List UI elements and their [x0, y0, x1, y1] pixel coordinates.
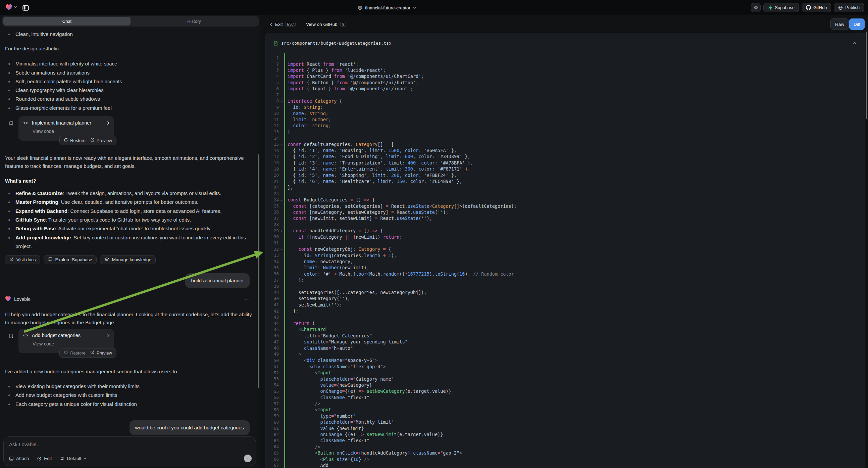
- code-text: const BudgetCategories = () => {: [284, 197, 375, 202]
- code-text: setCategories([...categories, newCategor…: [284, 290, 427, 295]
- manage-knowledge-button[interactable]: Manage knowledge: [100, 255, 156, 264]
- project-selector[interactable]: financial-future-creator: [358, 3, 416, 12]
- code-line: 48 className="h-auto": [266, 345, 865, 351]
- line-number: 13: [266, 129, 279, 134]
- line-number: 30: [266, 234, 279, 239]
- code-line: 50 <div className="space-y-6">: [266, 357, 865, 363]
- model-label: Default: [67, 456, 82, 461]
- code-line: 6import { Input } from '@/components/ui/…: [266, 86, 865, 92]
- visit-docs-button[interactable]: Visit docs: [5, 255, 40, 264]
- code-text: className="flex-1": [284, 395, 369, 400]
- attach-button[interactable]: Attach: [9, 456, 29, 461]
- line-number: 6: [266, 86, 279, 91]
- restore-button[interactable]: Restore: [62, 137, 87, 144]
- code-text: const [categories, setCategories] = Reac…: [284, 203, 517, 209]
- diff-added-bar: [284, 53, 285, 468]
- code-text: limit: Number(newLimit),: [284, 265, 369, 270]
- version-card[interactable]: <>Implement financial plannerView codeRe…: [19, 116, 114, 141]
- code-text: <div className="flex gap-4">: [284, 364, 386, 369]
- view-code-link[interactable]: View code: [33, 128, 110, 134]
- chevron-down-icon: [84, 458, 86, 459]
- line-number: 5: [266, 80, 279, 85]
- code-scrollbar-thumb[interactable]: [866, 32, 867, 119]
- panel-left-toggle[interactable]: [21, 4, 30, 12]
- code-line: 12 color: string;: [266, 122, 865, 128]
- code-line: 45 <ChartCard: [266, 326, 865, 332]
- view-on-github-button[interactable]: View on GitHub G: [306, 19, 346, 30]
- list-item: Add new budget categories with custom li…: [5, 391, 253, 400]
- line-number: 34: [266, 259, 279, 264]
- line-number: 59: [266, 413, 279, 418]
- exit-label: Exit: [275, 22, 283, 27]
- code-icon: <>: [23, 333, 29, 338]
- chat-input[interactable]: [9, 441, 231, 447]
- version-card[interactable]: <>Add budget categoriesView codeRestoreP…: [19, 329, 114, 353]
- chevron-down-icon: [413, 7, 416, 9]
- code-text: />: [284, 444, 320, 449]
- code-editor[interactable]: 12import React from 'react';3import { Pl…: [266, 53, 865, 468]
- line-number: 62: [266, 432, 279, 437]
- code-line: 35 limit: Number(newLimit),: [266, 265, 865, 271]
- code-text: className="h-auto": [284, 346, 353, 351]
- code-line: 59 type="number": [266, 413, 865, 419]
- edit-mode-button[interactable]: Edit: [37, 456, 52, 461]
- version-card-actions: RestorePreview: [59, 136, 117, 145]
- tab-history[interactable]: History: [130, 17, 258, 26]
- line-number: 52: [266, 370, 279, 375]
- exit-button[interactable]: Exit ESC: [270, 19, 296, 30]
- raw-toggle-button[interactable]: Raw: [830, 19, 849, 30]
- line-number: 58: [266, 407, 279, 412]
- settings-button[interactable]: ⚙: [751, 3, 761, 12]
- code-text: Add: [284, 463, 329, 468]
- code-line: 54 value={newCategory}: [266, 382, 865, 388]
- code-text: <ChartCard: [284, 327, 326, 332]
- code-text: onChange={(e) => setNewCategory(e.target…: [284, 388, 451, 394]
- fold-toggle-icon[interactable]: ∨: [279, 198, 284, 201]
- fold-toggle-icon[interactable]: ∨: [279, 247, 284, 251]
- fold-toggle-icon[interactable]: ∨: [279, 229, 284, 232]
- more-options-icon[interactable]: [245, 298, 250, 300]
- code-text: name: newCategory,: [284, 259, 353, 264]
- line-number: 32: [266, 247, 279, 252]
- line-number: 9: [266, 105, 279, 110]
- list-item: Add project knowledge: Set key context o…: [5, 233, 253, 251]
- code-line: 10 name: string;: [266, 111, 865, 117]
- line-number: 22: [266, 185, 279, 190]
- github-button[interactable]: GitHub: [802, 3, 831, 12]
- view-code-link[interactable]: View code: [33, 341, 110, 347]
- line-number: 50: [266, 358, 279, 363]
- explore-supabase-button[interactable]: Explore Supabase: [43, 255, 97, 264]
- restore-button[interactable]: Restore: [62, 350, 87, 356]
- lovable-logo-group[interactable]: [5, 4, 17, 10]
- version-card-header[interactable]: <>Implement financial planner: [23, 120, 110, 125]
- line-number: 17: [266, 154, 279, 159]
- list-item: Refine & Customize: Tweak the design, an…: [5, 189, 253, 198]
- code-line: 55 onChange={(e) => setNewCategory(e.tar…: [266, 388, 865, 394]
- chat-scrollbar-thumb[interactable]: [258, 154, 259, 388]
- code-line: 53 placeholder="Category name": [266, 376, 865, 382]
- code-text: <Plus size={16} />: [284, 457, 369, 462]
- version-card-header[interactable]: <>Add budget categories: [23, 333, 110, 338]
- code-text: id: String(categories.length + 1),: [284, 253, 397, 258]
- send-button[interactable]: ↑: [244, 455, 252, 462]
- preview-button[interactable]: Preview: [89, 350, 114, 356]
- fold-toggle-icon[interactable]: ∨: [279, 99, 284, 103]
- chevron-up-icon[interactable]: [852, 42, 856, 44]
- preview-button[interactable]: Preview: [89, 137, 114, 144]
- fold-toggle-icon[interactable]: ∨: [279, 143, 284, 146]
- code-text: };: [284, 308, 299, 314]
- code-line: 49 >: [266, 351, 865, 357]
- supabase-button[interactable]: Supabase: [763, 3, 799, 12]
- model-selector[interactable]: Default: [60, 456, 87, 461]
- chat-message-list[interactable]: Clean, intuitive navigationFor the desig…: [0, 28, 260, 436]
- code-line: 9 id: string;: [266, 104, 865, 110]
- tab-chat[interactable]: Chat: [3, 17, 130, 26]
- diff-toggle-button[interactable]: Diff: [849, 19, 865, 30]
- line-number: 47: [266, 340, 279, 345]
- code-line: 26 const [newCategory, setNewCategory] =…: [266, 209, 865, 215]
- code-line: 4import ChartCard from '@/components/ui/…: [266, 73, 865, 79]
- assistant-paragraph: I've added a new budget categories manag…: [5, 368, 255, 376]
- code-text: <Input: [284, 407, 331, 412]
- file-header[interactable]: src/components/budget/BudgetCategories.t…: [266, 33, 865, 53]
- publish-button[interactable]: Publish: [834, 3, 864, 12]
